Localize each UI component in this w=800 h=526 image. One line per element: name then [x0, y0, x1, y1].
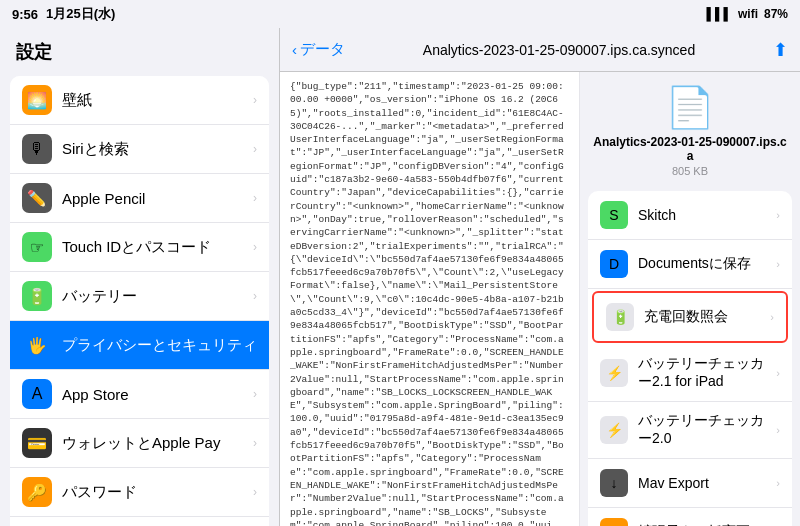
- content-title: Analytics-2023-01-25-090007.ips.ca.synce…: [351, 42, 767, 58]
- chevron-right-icon: ›: [776, 477, 780, 489]
- share-option-icon-battery-check: 🔋: [606, 303, 634, 331]
- share-option-battery-checker-21[interactable]: ⚡バッテリーチェッカー2.1 for iPad›: [588, 345, 792, 402]
- status-time: 9:56: [12, 7, 38, 22]
- sidebar-section-top: 🌅壁紙›🎙Siriと検索›✏️Apple Pencil›☞Touch IDとパス…: [10, 76, 269, 526]
- share-option-label-mav-export: Mav Export: [638, 475, 776, 491]
- sidebar-item-label-wallpaper: 壁紙: [62, 91, 253, 110]
- sidebar-item-password[interactable]: 🔑パスワード›: [10, 468, 269, 517]
- status-bar: 9:56 1月25日(水) ▌▌▌ wifi 87%: [0, 0, 800, 28]
- sidebar-item-label-battery: バッテリー: [62, 287, 253, 306]
- chevron-right-icon: ›: [253, 289, 257, 303]
- sidebar-item-appstore[interactable]: AApp Store›: [10, 370, 269, 419]
- share-icon: ⬆: [773, 40, 788, 60]
- chevron-right-icon: ›: [253, 142, 257, 156]
- chevron-right-icon: ›: [776, 258, 780, 270]
- sidebar-item-icon-wallet: 💳: [22, 428, 52, 458]
- chevron-right-icon: ›: [253, 93, 257, 107]
- share-option-battery-checker-20[interactable]: ⚡バッテリーチェッカー2.0›: [588, 402, 792, 459]
- status-date: 1月25日(水): [46, 5, 115, 23]
- file-icon: 📄: [590, 84, 790, 131]
- share-option-icon-battery-checker-21: ⚡: [600, 359, 628, 387]
- share-option-icon-save-docs: D: [600, 250, 628, 278]
- share-option-label-battery-check: 充電回数照会: [644, 308, 770, 326]
- file-name: Analytics-2023-01-25-090007.ips.ca: [590, 135, 790, 163]
- content-header: ‹ データ Analytics-2023-01-25-090007.ips.ca…: [280, 28, 800, 72]
- sidebar-item-touch-id[interactable]: ☞Touch IDとパスコード›: [10, 223, 269, 272]
- chevron-right-icon: ›: [253, 485, 257, 499]
- share-option-save-docs[interactable]: DDocumentsに保存›: [588, 240, 792, 289]
- chevron-right-icon: ›: [253, 387, 257, 401]
- sidebar-item-battery[interactable]: 🔋バッテリー›: [10, 272, 269, 321]
- chevron-right-icon: ›: [770, 311, 774, 323]
- sidebar-item-icon-battery: 🔋: [22, 281, 52, 311]
- sidebar-item-label-apple-pencil: Apple Pencil: [62, 190, 253, 207]
- share-option-icon-battery-checker-20: ⚡: [600, 416, 628, 444]
- share-option-label-skitch: Skitch: [638, 207, 776, 223]
- sidebar-item-siri[interactable]: 🎙Siriと検索›: [10, 125, 269, 174]
- sidebar-item-icon-apple-pencil: ✏️: [22, 183, 52, 213]
- share-options-section: SSkitch›DDocumentsに保存›🔋充電回数照会›⚡バッテリーチェッカ…: [588, 191, 792, 526]
- sidebar-item-wallpaper[interactable]: 🌅壁紙›: [10, 76, 269, 125]
- battery-status: 87%: [764, 7, 788, 21]
- share-option-mav-export[interactable]: ↓Mav Export›: [588, 459, 792, 508]
- file-info-section: 📄 Analytics-2023-01-25-090007.ips.ca 805…: [580, 72, 800, 185]
- sidebar-item-icon-touch-id: ☞: [22, 232, 52, 262]
- signal-icon: ▌▌▌: [706, 7, 732, 21]
- share-option-icon-extension: 📁: [600, 518, 628, 526]
- share-option-label-save-docs: Documentsに保存: [638, 255, 776, 273]
- sidebar-item-label-siri: Siriと検索: [62, 140, 253, 159]
- share-button[interactable]: ⬆: [773, 39, 788, 61]
- wifi-icon: wifi: [738, 7, 758, 21]
- chevron-right-icon: ›: [253, 191, 257, 205]
- chevron-right-icon: ›: [776, 367, 780, 379]
- chevron-right-icon: ›: [253, 240, 257, 254]
- back-label: データ: [300, 40, 345, 59]
- share-option-extension[interactable]: 📁拡張子を一括変更›: [588, 508, 792, 526]
- share-option-icon-skitch: S: [600, 201, 628, 229]
- sidebar: 設定 🌅壁紙›🎙Siriと検索›✏️Apple Pencil›☞Touch ID…: [0, 28, 280, 526]
- sidebar-item-icon-appstore: A: [22, 379, 52, 409]
- main-layout: 設定 🌅壁紙›🎙Siriと検索›✏️Apple Pencil›☞Touch ID…: [0, 28, 800, 526]
- sidebar-item-label-touch-id: Touch IDとパスコード: [62, 238, 253, 257]
- sidebar-item-apple-pencil[interactable]: ✏️Apple Pencil›: [10, 174, 269, 223]
- sidebar-item-label-password: パスワード: [62, 483, 253, 502]
- chevron-right-icon: ›: [776, 209, 780, 221]
- back-chevron-icon: ‹: [292, 41, 297, 58]
- file-content-text[interactable]: {"bug_type":"211","timestamp":"2023-01-2…: [280, 72, 580, 526]
- content-body: {"bug_type":"211","timestamp":"2023-01-2…: [280, 72, 800, 526]
- sidebar-item-icon-privacy: 🖐: [22, 330, 52, 360]
- sidebar-item-privacy[interactable]: 🖐プライバシーとセキュリティ: [10, 321, 269, 370]
- chevron-right-icon: ›: [253, 436, 257, 450]
- sidebar-item-icon-password: 🔑: [22, 477, 52, 507]
- right-panel: 📄 Analytics-2023-01-25-090007.ips.ca 805…: [580, 72, 800, 526]
- back-button[interactable]: ‹ データ: [292, 40, 345, 59]
- share-option-label-battery-checker-20: バッテリーチェッカー2.0: [638, 412, 776, 448]
- file-size: 805 KB: [590, 165, 790, 177]
- share-option-skitch[interactable]: SSkitch›: [588, 191, 792, 240]
- content-pane: ‹ データ Analytics-2023-01-25-090007.ips.ca…: [280, 28, 800, 526]
- sidebar-item-icon-wallpaper: 🌅: [22, 85, 52, 115]
- share-option-label-battery-checker-21: バッテリーチェッカー2.1 for iPad: [638, 355, 776, 391]
- sidebar-item-label-appstore: App Store: [62, 386, 253, 403]
- sidebar-item-label-wallet: ウォレットとApple Pay: [62, 434, 253, 453]
- sidebar-item-wallet[interactable]: 💳ウォレットとApple Pay›: [10, 419, 269, 468]
- sidebar-title: 設定: [0, 28, 279, 72]
- chevron-right-icon: ›: [776, 424, 780, 436]
- sidebar-item-mail[interactable]: ✉️メール›: [10, 517, 269, 526]
- sidebar-item-label-privacy: プライバシーとセキュリティ: [62, 336, 257, 355]
- sidebar-item-icon-siri: 🎙: [22, 134, 52, 164]
- share-option-icon-mav-export: ↓: [600, 469, 628, 497]
- share-option-battery-check[interactable]: 🔋充電回数照会›: [592, 291, 788, 343]
